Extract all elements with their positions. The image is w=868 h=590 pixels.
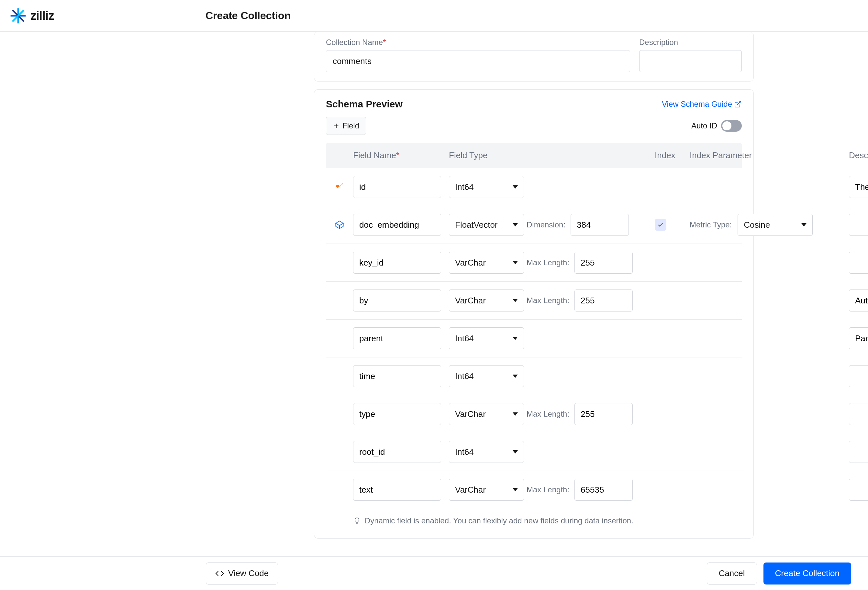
metric-type-label: Metric Type: <box>690 220 732 230</box>
metric-type-select[interactable]: Cosine <box>738 214 813 236</box>
field-name-input[interactable] <box>353 365 441 387</box>
field-description-input[interactable] <box>849 403 868 425</box>
max_length-label: Max Length: <box>527 258 569 267</box>
table-row: VarCharMax Length: <box>326 395 742 433</box>
max_length-input[interactable] <box>574 403 633 425</box>
max_length-label: Max Length: <box>527 296 569 305</box>
index-checkbox[interactable] <box>655 219 666 231</box>
field-type-select[interactable]: VarChar <box>449 403 524 425</box>
collection-name-label: Collection Name* <box>326 38 630 47</box>
field-type-select[interactable]: VarChar <box>449 252 524 274</box>
col-field-name: Field Name* <box>353 150 449 160</box>
field-type-select[interactable]: FloatVector <box>449 214 524 236</box>
chevron-down-icon <box>801 223 806 227</box>
max_length-label: Max Length: <box>527 485 569 494</box>
view-code-button[interactable]: View Code <box>206 562 278 584</box>
add-field-button[interactable]: Field <box>326 117 366 135</box>
schema-card: Schema Preview View Schema Guide Field A… <box>314 89 754 539</box>
auto-id-label: Auto ID <box>691 121 717 130</box>
max_length-input[interactable] <box>574 252 633 274</box>
description-input[interactable] <box>639 50 742 72</box>
zilliz-logo-icon <box>9 7 27 25</box>
field-description-input[interactable] <box>849 290 868 312</box>
field-type-select[interactable]: Int64 <box>449 176 524 198</box>
vector-icon <box>335 220 344 230</box>
schema-table-header: Field Name* Field Type Index Index Param… <box>326 143 742 168</box>
field-name-input[interactable] <box>353 441 441 463</box>
table-row: Int64 <box>326 319 742 358</box>
page-title: Create Collection <box>205 10 291 22</box>
field-name-input[interactable] <box>353 214 441 236</box>
field-name-input[interactable] <box>353 327 441 349</box>
field-name-input[interactable] <box>353 403 441 425</box>
svg-line-4 <box>737 101 741 105</box>
col-field-type: Field Type <box>449 150 527 160</box>
lightbulb-icon <box>353 517 361 525</box>
chevron-down-icon <box>513 223 518 227</box>
col-description: Description <box>849 150 868 160</box>
field-description-input[interactable] <box>849 214 868 236</box>
chevron-down-icon <box>513 375 518 378</box>
field-name-input[interactable] <box>353 176 441 198</box>
brand-logo[interactable]: zilliz <box>9 7 54 25</box>
dynamic-field-hint: Dynamic field is enabled. You can flexib… <box>326 516 742 525</box>
top-bar: zilliz Create Collection <box>0 0 868 32</box>
table-row: Int64 <box>326 168 742 206</box>
schema-title: Schema Preview <box>326 99 403 110</box>
table-row: VarCharMax Length: <box>326 282 742 319</box>
max_length-label: Max Length: <box>527 409 569 419</box>
table-row: VarCharMax Length: <box>326 244 742 282</box>
field-description-input[interactable] <box>849 176 868 198</box>
field-description-input[interactable] <box>849 365 868 387</box>
field-description-input[interactable] <box>849 327 868 349</box>
brand-name: zilliz <box>30 9 54 23</box>
field-type-select[interactable]: Int64 <box>449 365 524 387</box>
col-index-param: Index Parameter <box>690 150 849 160</box>
collection-name-input[interactable] <box>326 50 630 72</box>
field-description-input[interactable] <box>849 441 868 463</box>
field-type-select[interactable]: Int64 <box>449 441 524 463</box>
schema-guide-link[interactable]: View Schema Guide <box>662 100 742 109</box>
external-link-icon <box>734 100 742 108</box>
description-label: Description <box>639 38 742 47</box>
chevron-down-icon <box>513 261 518 264</box>
collection-info-card: Collection Name* Description <box>314 32 754 81</box>
auto-id-toggle[interactable] <box>721 120 742 132</box>
field-name-input[interactable] <box>353 479 441 501</box>
key-icon <box>335 182 344 191</box>
dimension-input[interactable] <box>571 214 629 236</box>
chevron-down-icon <box>513 299 518 302</box>
chevron-down-icon <box>513 488 518 491</box>
field-type-select[interactable]: VarChar <box>449 290 524 312</box>
table-row: VarCharMax Length: <box>326 471 742 509</box>
plus-icon <box>333 122 340 129</box>
table-row: Int64 <box>326 358 742 395</box>
field-type-select[interactable]: VarChar <box>449 479 524 501</box>
code-icon <box>215 569 224 578</box>
max_length-input[interactable] <box>574 290 633 312</box>
table-row: Int64 <box>326 433 742 471</box>
cancel-button[interactable]: Cancel <box>707 562 757 584</box>
create-collection-button[interactable]: Create Collection <box>763 562 851 584</box>
footer-bar: View Code Cancel Create Collection <box>0 556 868 590</box>
field-description-input[interactable] <box>849 252 868 274</box>
chevron-down-icon <box>513 185 518 188</box>
field-type-select[interactable]: Int64 <box>449 327 524 349</box>
dimension-label: Dimension: <box>527 220 565 230</box>
chevron-down-icon <box>513 450 518 453</box>
chevron-down-icon <box>513 337 518 340</box>
table-row: FloatVectorDimension:Metric Type:Cosine <box>326 206 742 244</box>
max_length-input[interactable] <box>574 479 633 501</box>
col-index: Index <box>655 150 690 160</box>
field-description-input[interactable] <box>849 479 868 501</box>
chevron-down-icon <box>513 412 518 416</box>
field-name-input[interactable] <box>353 290 441 312</box>
field-name-input[interactable] <box>353 252 441 274</box>
